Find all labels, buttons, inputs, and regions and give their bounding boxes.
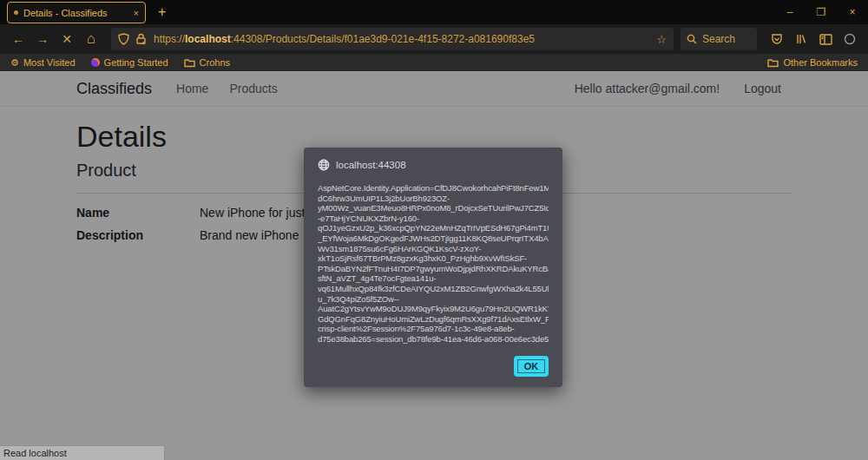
status-tooltip: Read localhost bbox=[0, 445, 165, 460]
back-icon[interactable]: ← bbox=[7, 29, 30, 49]
bookmark-most-visited[interactable]: ⚙ Most Visited bbox=[10, 57, 76, 69]
tab-close-icon[interactable]: × bbox=[134, 8, 139, 18]
nav-toolbar: ← → ✕ ⌂ https://localhost:44308/Products… bbox=[0, 24, 868, 54]
tab-favicon-dot bbox=[14, 10, 18, 15]
padlock-warning-icon[interactable] bbox=[135, 33, 148, 45]
pocket-icon[interactable] bbox=[766, 29, 788, 49]
search-box[interactable] bbox=[681, 28, 757, 50]
library-icon[interactable] bbox=[790, 29, 812, 49]
page-content: Classifieds Home Products Hello attacker… bbox=[0, 71, 868, 460]
search-icon bbox=[687, 34, 697, 44]
folder-icon bbox=[767, 58, 779, 68]
url-bar[interactable]: https://localhost:44308/Products/Details… bbox=[111, 28, 674, 50]
url-path: :44308/Products/Details/f01ae3d9-021e-4f… bbox=[231, 33, 535, 45]
gear-icon: ⚙ bbox=[10, 57, 19, 69]
other-bookmarks[interactable]: Other Bookmarks bbox=[767, 57, 858, 68]
restore-button[interactable]: ❐ bbox=[806, 0, 837, 24]
search-input[interactable] bbox=[702, 33, 751, 45]
menu-icon[interactable] bbox=[863, 29, 868, 49]
url-host: localhost bbox=[185, 33, 231, 45]
titlebar: Details - Classifieds × + – ❐ × bbox=[0, 0, 868, 24]
forward-icon[interactable]: → bbox=[31, 29, 54, 49]
account-icon[interactable] bbox=[838, 29, 861, 49]
sidebar-icon[interactable] bbox=[814, 29, 837, 49]
tab-title: Details - Classifieds bbox=[23, 8, 128, 18]
url-text[interactable]: https://localhost:44308/Products/Details… bbox=[154, 33, 650, 45]
bookmarks-bar: ⚙ Most Visited Getting Started Crohns Ot… bbox=[0, 54, 868, 71]
tracking-shield-icon[interactable] bbox=[118, 33, 129, 45]
ok-button[interactable]: OK bbox=[514, 356, 549, 377]
alert-header: localhost:44308 bbox=[318, 159, 549, 171]
firefox-icon bbox=[91, 58, 100, 67]
home-icon[interactable]: ⌂ bbox=[80, 29, 102, 49]
alert-dialog: localhost:44308 AspNetCore.Identity.Appl… bbox=[304, 148, 562, 387]
close-button[interactable]: × bbox=[837, 0, 868, 24]
minimize-button[interactable]: – bbox=[774, 0, 806, 24]
url-scheme: https:// bbox=[154, 33, 185, 45]
bookmark-folder-crohns[interactable]: Crohns bbox=[184, 57, 230, 68]
alert-source: localhost:44308 bbox=[336, 160, 406, 170]
tab-details-classifieds[interactable]: Details - Classifieds × bbox=[7, 2, 146, 23]
globe-icon bbox=[318, 159, 330, 171]
alert-message: AspNetCore.Identity.Application=CfDJ8Cwo… bbox=[318, 183, 549, 345]
stop-icon[interactable]: ✕ bbox=[56, 29, 78, 49]
folder-icon bbox=[184, 58, 195, 68]
new-tab-button[interactable]: + bbox=[158, 5, 166, 19]
browser-window: Details - Classifieds × + – ❐ × ← → ✕ ⌂ … bbox=[0, 0, 868, 460]
alert-actions: OK bbox=[318, 356, 549, 377]
window-controls: – ❐ × bbox=[774, 0, 868, 24]
bookmark-star-icon[interactable]: ☆ bbox=[656, 33, 667, 46]
bookmark-getting-started[interactable]: Getting Started bbox=[91, 57, 168, 68]
